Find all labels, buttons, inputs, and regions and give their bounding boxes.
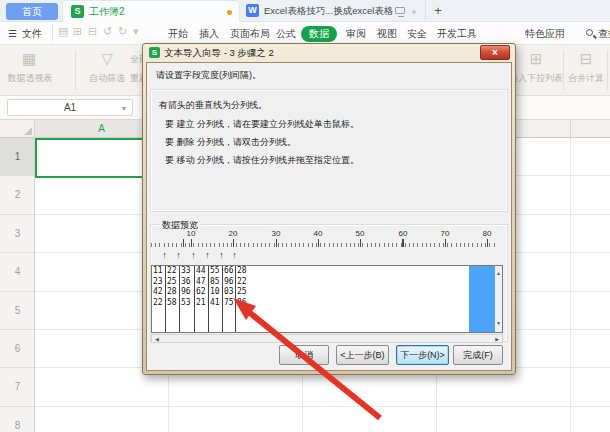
preview-cell: 96 xyxy=(237,298,250,308)
preview-row: 11 22 33 44 55 66 28 xyxy=(152,266,468,277)
next-button[interactable]: 下一步(N)> xyxy=(396,345,449,365)
autofilter-icon[interactable]: ▽ xyxy=(92,50,122,68)
print-icon[interactable]: ⊞ xyxy=(73,25,82,38)
autofilter-label[interactable]: 自动筛选 xyxy=(84,72,130,85)
name-box[interactable]: A1 ▾ xyxy=(7,99,133,116)
hamburger-icon: ☰ xyxy=(8,26,17,42)
unsaved-dot-icon xyxy=(227,10,232,15)
preview-row: 42 28 96 62 10 03 25 xyxy=(152,287,468,298)
pivot-table-icon[interactable]: ▦ xyxy=(14,50,44,68)
ruler-minor-ticks xyxy=(151,243,497,247)
preview-cell: 11 xyxy=(153,266,166,276)
break-arrow-icon[interactable]: ↑ xyxy=(189,249,198,261)
insert-dropdown-icon[interactable]: ⊞ xyxy=(524,50,548,68)
preview-cell: 23 xyxy=(153,277,166,287)
insert-dropdown-label[interactable]: 插入下拉列表 xyxy=(508,72,564,85)
preview-row: 22 58 53 21 41 75 96 xyxy=(152,298,468,309)
save-icon[interactable]: ▤ xyxy=(58,25,68,38)
menu-view[interactable]: 视图 xyxy=(377,26,397,42)
preview-cell: 47 xyxy=(196,277,209,287)
row-header-7[interactable]: 7 xyxy=(0,368,35,406)
column-divider xyxy=(570,120,571,137)
wps-sheet-icon: S xyxy=(149,47,160,58)
menu-home[interactable]: 开始 xyxy=(168,26,188,42)
menu-search-label[interactable]: 查找 xyxy=(598,26,610,42)
instruction-line: 要 移动 分列线，请按住分列线并拖至指定位置。 xyxy=(165,154,359,167)
status-dot-icon xyxy=(412,10,416,14)
search-icon[interactable] xyxy=(586,29,593,36)
row-header-3[interactable]: 3 xyxy=(0,215,35,253)
file-menu[interactable]: 文件 xyxy=(22,26,42,42)
ruler-label: 60 xyxy=(388,229,418,238)
vertical-scrollbar[interactable]: ▲ ▼ xyxy=(495,266,502,332)
row-header-1[interactable]: 1 xyxy=(0,138,35,176)
text-import-wizard-dialog: S 文本导入向导 - 3 步骤之 2 × 请设置字段宽度(列间隔)。 有箭头的垂… xyxy=(142,43,516,375)
tab-excel-doc[interactable]: W Excel表格技巧...换成excel表格 xyxy=(240,0,426,22)
back-button[interactable]: <上一步(B) xyxy=(336,345,389,365)
dialog-body: 请设置字段宽度(列间隔)。 有箭头的垂直线为分列线。 要 建立 分列线，请在要建… xyxy=(146,62,512,371)
break-arrow-icon[interactable]: ↑ xyxy=(203,249,212,261)
row-header-4[interactable]: 4 xyxy=(0,253,35,291)
scroll-down-icon[interactable]: ▼ xyxy=(495,320,502,326)
preview-cell: 96 xyxy=(224,277,237,287)
row-header-6[interactable]: 6 xyxy=(0,330,35,368)
break-arrow-icon[interactable]: ↑ xyxy=(230,249,239,261)
break-arrow-icon[interactable]: ↑ xyxy=(160,249,169,261)
data-preview-area[interactable]: 11 22 33 44 55 66 28 23 25 36 47 85 xyxy=(151,265,503,333)
close-icon[interactable]: × xyxy=(480,45,510,60)
menu-dev-tools[interactable]: 开发工具 xyxy=(437,26,477,42)
menu-review[interactable]: 审阅 xyxy=(346,26,366,42)
row-header-5[interactable]: 5 xyxy=(0,292,35,330)
ruler-label: 30 xyxy=(261,229,291,238)
preview-cell: 10 xyxy=(210,287,223,297)
scroll-left-icon[interactable]: ◀ xyxy=(155,336,159,342)
menu-security[interactable]: 安全 xyxy=(407,26,427,42)
scroll-right-icon[interactable]: ▶ xyxy=(495,336,499,342)
instructions-groupbox: 有箭头的垂直线为分列线。 要 建立 分列线，请在要建立分列线处单击鼠标。 要 删… xyxy=(150,89,508,212)
preview-cell: 03 xyxy=(224,287,237,297)
menu-insert[interactable]: 插入 xyxy=(199,26,219,42)
break-arrow-icon[interactable]: ↑ xyxy=(174,249,183,261)
home-tab[interactable]: 首页 xyxy=(6,3,58,20)
select-all-corner[interactable] xyxy=(0,120,35,138)
monitor-icon[interactable] xyxy=(395,7,405,14)
preview-cell: 41 xyxy=(210,298,223,308)
redo-icon[interactable]: ↻ xyxy=(118,25,127,38)
undo-icon[interactable]: ↺ xyxy=(103,25,112,38)
menu-page-layout[interactable]: 页面布局 xyxy=(230,26,270,42)
consolidate-label[interactable]: 合并计算 xyxy=(566,72,606,85)
preview-cell: 28 xyxy=(237,266,250,276)
new-tab-button[interactable]: + xyxy=(430,2,446,20)
break-arrow-icon[interactable]: ↑ xyxy=(217,249,226,261)
preview-cell: 36 xyxy=(181,277,194,287)
row-header-2[interactable]: 2 xyxy=(0,176,35,214)
preview-cell: 55 xyxy=(210,266,223,276)
finish-button[interactable]: 完成(F) xyxy=(453,345,503,365)
horizontal-scrollbar[interactable]: ◀ ▶ xyxy=(151,334,503,343)
menu-data-active[interactable]: 数据 xyxy=(301,26,337,42)
more-icon[interactable]: ▾ xyxy=(133,25,139,38)
preview-cell: 22 xyxy=(237,277,250,287)
pivot-table-label[interactable]: 数据透视表 xyxy=(2,72,58,85)
preview-cell: 53 xyxy=(181,298,194,308)
preview-cell: 25 xyxy=(237,287,250,297)
consolidate-icon[interactable]: ⊟ xyxy=(574,50,598,68)
row-header-8[interactable]: 8 xyxy=(0,407,35,432)
preview-icon[interactable]: ⊟ xyxy=(88,25,97,38)
divider xyxy=(75,50,76,90)
scroll-up-icon[interactable]: ▲ xyxy=(495,270,502,276)
preview-row: 23 25 36 47 85 96 22 xyxy=(152,277,468,288)
tab-workbook2[interactable]: S 工作簿2 xyxy=(62,0,240,22)
cancel-button[interactable]: 取消 xyxy=(279,345,329,365)
divider xyxy=(607,50,608,90)
dialog-title[interactable]: 文本导入向导 - 3 步骤之 2 xyxy=(164,46,274,60)
preview-cell: 33 xyxy=(181,266,194,276)
tab-workbook2-label: 工作簿2 xyxy=(89,1,125,23)
menu-formulas[interactable]: 公式 xyxy=(276,26,296,42)
scrollbar-thumb[interactable] xyxy=(469,266,495,332)
row-headers: 1 2 3 4 5 6 7 8 xyxy=(0,138,35,432)
menu-bar: ☰ 文件 ▤ ⊞ ⊟ ↺ ↻ ▾ 开始 插入 页面布局 公式 数据 审阅 视图 … xyxy=(0,22,610,45)
menu-special-apps[interactable]: 特色应用 xyxy=(525,26,565,42)
preview-cell: 22 xyxy=(167,266,180,276)
chevron-down-icon[interactable]: ▾ xyxy=(122,101,126,116)
